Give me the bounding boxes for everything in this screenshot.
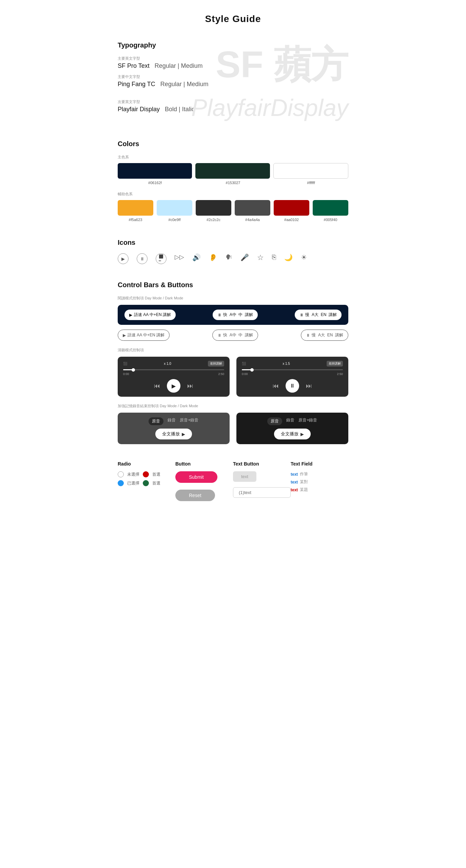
secondary-en-name: Playfair Display Bold | Italic: [118, 106, 348, 113]
primary-zh-block: 主要中文字型 Ping Fang TC Regular | Medium: [118, 74, 348, 88]
button-title: Button: [175, 461, 233, 467]
color-swatch-2c2c2c: [196, 200, 231, 216]
text-field-row-2: text 某對: [291, 479, 348, 485]
primary-color-labels: #06162f #153027 #ffffff: [118, 181, 348, 185]
color-label-8: #aa0102: [274, 218, 309, 222]
light-bar-btn2[interactable]: ⏸ 快 A中 中 講解: [212, 330, 258, 341]
radio-unselected-label: 未選擇: [127, 472, 139, 477]
dark-control-bar: ▶ 語速 AA 中+EN 講解 ⏸ 快 A中 中 講解 ⏸ 慢 A大 EN 講解: [118, 305, 348, 325]
player2-pause-button[interactable]: ⏸: [286, 379, 299, 393]
memory-tab-recording-black[interactable]: 錄音: [286, 417, 294, 425]
primary-swatches: [118, 163, 348, 179]
pause-icon-dark2: ⏸: [299, 313, 304, 317]
control-bars-title: Control Bars & Buttons: [118, 281, 348, 289]
fast-forward-icon[interactable]: ⏭: [187, 382, 193, 390]
light-control-bar: ▶ 語速 AA 中+EN 講解 ⏸ 快 A中 中 講解 ⏸ 慢 A大 EN 講解: [118, 330, 348, 341]
dark-bar-btn3[interactable]: ⏸ 慢 A大 EN 講解: [295, 310, 342, 320]
moon-icon[interactable]: 🌙: [284, 253, 293, 264]
colors-title: Colors: [118, 140, 348, 148]
player2-times: 0:00 2:50: [242, 372, 343, 376]
play-all-btn-dark[interactable]: 全文播放 ▶: [155, 429, 192, 439]
share-icon[interactable]: ⎘: [272, 253, 276, 264]
color-label-4: #f5a623: [118, 218, 153, 222]
radio-row-selected: 已選擇 首選: [118, 480, 175, 486]
color-label-5: #c0e9ff: [157, 218, 192, 222]
radio-unselected[interactable]: [118, 471, 124, 477]
text-field-red-3[interactable]: text: [291, 488, 298, 492]
player1-time-end: 2:50: [218, 372, 224, 376]
color-label-6: #2c2c2c: [196, 218, 231, 222]
radio-selected-blue[interactable]: [118, 480, 124, 486]
reset-button[interactable]: Reset: [175, 490, 215, 501]
text-button-title: Text Button: [233, 461, 291, 467]
player1-play-button[interactable]: ▶: [167, 379, 180, 393]
text-field-row-3: text 某題: [291, 487, 348, 493]
submit-button[interactable]: Submit: [175, 471, 217, 483]
fast-forward-icon-2[interactable]: ⏭: [306, 382, 312, 390]
speech-icon[interactable]: 🗣: [226, 253, 232, 264]
text-field-blue-1[interactable]: text: [291, 472, 298, 477]
memory-tab-combined-black[interactable]: 原音+錄音: [298, 417, 317, 425]
player2-dot: [250, 368, 254, 372]
light-bar-btn3[interactable]: ⏸ 慢 A大 EN 講解: [301, 330, 348, 341]
radio-col: Radio 未選擇 首選 已選擇 首選: [118, 461, 175, 501]
text-input-placeholder: (1)text: [239, 490, 251, 495]
secondary-colors-label: 輔助色系: [118, 192, 348, 197]
dark-bar-btn2[interactable]: ⏸ 快 A中 中 講解: [213, 310, 258, 320]
color-label-7: #4a4a4a: [235, 218, 270, 222]
radio-selected-red[interactable]: [143, 471, 149, 477]
playlist-icon[interactable]: ⬛━: [156, 253, 167, 264]
memory-controls-label: 加強記憶錄音結束控制項 Day Mode / Dark Mode: [118, 403, 348, 409]
play-icon-play-all-black: ▶: [300, 432, 304, 437]
color-swatch-c0e9ff: [157, 200, 192, 216]
primary-colors-label: 主色系: [118, 155, 348, 160]
play-icon[interactable]: ▶: [118, 253, 129, 264]
text-button-gray[interactable]: text: [233, 471, 256, 482]
pause-icon[interactable]: ⏸: [137, 253, 148, 264]
page-title: Style Guide: [118, 14, 348, 24]
star-icon[interactable]: ☆: [257, 253, 264, 264]
memory-dark-tabs: 原音 錄音 原音+錄音: [149, 417, 198, 425]
audio-player-2: ⬛ x 1.5 老師講解 0:00 2:50 ⏮ ⏸ ⏭: [236, 357, 348, 397]
icons-title: Icons: [118, 239, 348, 246]
ear-icon[interactable]: 👂: [209, 253, 217, 264]
memory-tab-recording-dark[interactable]: 錄音: [168, 417, 176, 425]
primary-fonts-area: 主要英文字型 SF Pro Text Regular | Medium 主要中文…: [118, 56, 348, 88]
memory-tab-original-dark[interactable]: 原音: [149, 417, 163, 425]
memory-tab-original-black[interactable]: 原音: [267, 417, 282, 425]
play-icon-light: ▶: [123, 333, 126, 338]
play-icon-dark: ▶: [129, 313, 132, 317]
sun-icon[interactable]: ☀: [301, 253, 307, 264]
rewind-icon-2[interactable]: ⏮: [273, 382, 279, 390]
radio-green-label: 首選: [152, 480, 160, 486]
player1-time-start: 0:00: [123, 372, 129, 376]
player1-times: 0:00 2:50: [123, 372, 224, 376]
light-bar-btn1[interactable]: ▶ 語速 AA 中+EN 講解: [118, 330, 170, 341]
play-all-btn-black[interactable]: 全文播放 ▶: [274, 429, 311, 439]
color-swatch-005f40: [313, 200, 348, 216]
memory-tab-combined-dark[interactable]: 原音+錄音: [180, 417, 198, 425]
volume-icon[interactable]: 🔊: [192, 253, 201, 264]
text-field-row-1: text 作筆: [291, 471, 348, 477]
primary-en-name: SF Pro Text Regular | Medium: [118, 62, 348, 70]
mic-icon[interactable]: 🎤: [240, 253, 249, 264]
pause-icon-light: ⏸: [217, 333, 221, 338]
forward-icon[interactable]: ▷▷: [175, 253, 184, 264]
color-swatch-153027: [195, 163, 270, 179]
text-input[interactable]: (1)text: [233, 487, 291, 498]
player1-badge: 老師講解: [208, 361, 224, 367]
color-swatch-06162f: [118, 163, 192, 179]
radio-selected-green[interactable]: [143, 480, 149, 486]
color-swatch-f5a623: [118, 200, 153, 216]
primary-en-label: 主要英文字型: [118, 56, 348, 61]
text-field-title: Text Field: [291, 461, 348, 467]
text-field-blue-2[interactable]: text: [291, 480, 298, 485]
text-field-col: Text Field text 作筆 text 某對 text 某題: [291, 461, 348, 501]
color-swatch-ffffff: [273, 163, 348, 179]
rewind-icon[interactable]: ⏮: [154, 382, 160, 390]
player2-progress[interactable]: [242, 369, 343, 370]
dark-bar-btn1[interactable]: ▶ 語速 AA 中+EN 講解: [124, 310, 176, 320]
player1-progress[interactable]: [123, 369, 224, 370]
player2-time-end: 2:50: [337, 372, 343, 376]
primary-zh-label: 主要中文字型: [118, 74, 348, 79]
